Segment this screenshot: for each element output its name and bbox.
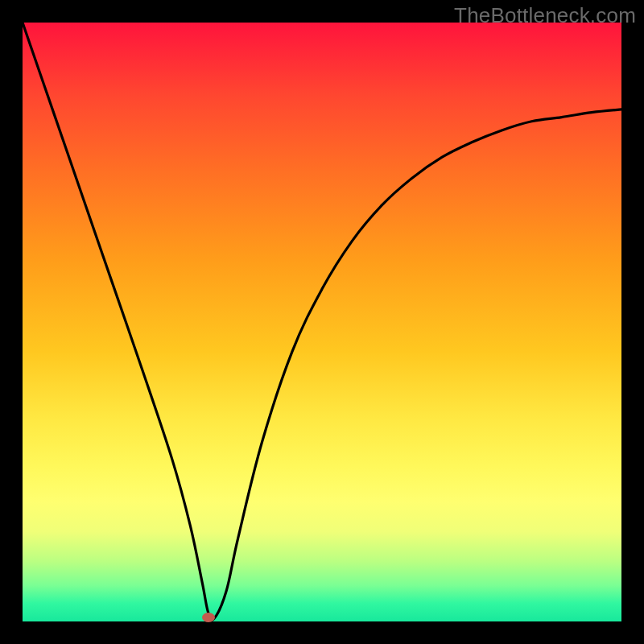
plot-outer [23,23,621,621]
bottleneck-curve [23,23,621,621]
minimum-marker-icon [202,613,215,622]
chart-stage: TheBottleneck.com [0,0,644,644]
